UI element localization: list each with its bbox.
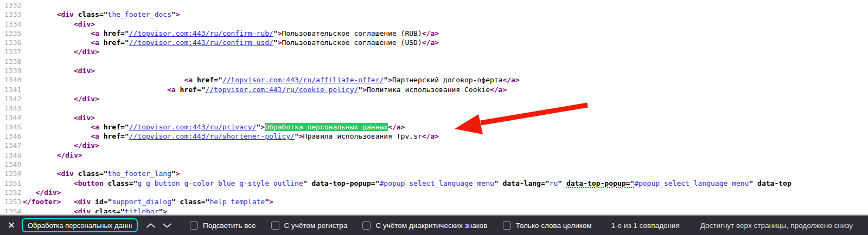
code-token: id (91, 198, 103, 206)
code-token: </div> (57, 151, 82, 159)
line-content: <div class="the_footer_docs"> (23, 10, 180, 18)
find-highlight-match: Обработка персональных данных (265, 123, 388, 131)
code-token: class (104, 179, 129, 187)
line-number: 1349 (4, 160, 23, 169)
line-number: 1334 (4, 19, 23, 29)
line-number: 1335 (4, 29, 23, 38)
line-content: <div class="titlebar"> (23, 207, 167, 213)
checkbox[interactable] (503, 221, 511, 230)
code-token: href (99, 132, 120, 140)
code-token: =" (129, 179, 138, 187)
source-link[interactable]: //topvisor.com:443/ru/confirm-usd/ (129, 38, 273, 47)
code-token: " (171, 198, 176, 206)
line-number: 1339 (4, 66, 23, 75)
code-token: > (269, 198, 273, 206)
code-token: the_footer_docs (108, 10, 171, 18)
code-token: =" (120, 123, 129, 131)
source-link[interactable]: //topvisor.com:443/ru/affiliate-offer/ (222, 76, 384, 84)
line-content: </div> (23, 48, 99, 56)
chevron-up-icon (145, 223, 156, 229)
checkbox[interactable] (271, 221, 279, 230)
source-link[interactable]: //topvisor.com:443/ru/shortener-policy/ (129, 132, 295, 140)
code-token: > (388, 76, 392, 84)
code-token: > (362, 86, 367, 94)
line-number: 1347 (4, 141, 23, 150)
findbar-option[interactable]: С учётом регистра (271, 221, 348, 230)
line-content: <div> (23, 20, 95, 28)
code-token: =" (116, 207, 125, 213)
findbar-option[interactable]: Только слова целиком (503, 221, 592, 230)
code-token: <div> (74, 114, 95, 122)
code-token: " (273, 38, 278, 47)
source-link[interactable]: //topvisor.com:443/ru/privacy/ (129, 123, 257, 131)
code-token (23, 207, 74, 213)
code-token: > (163, 207, 167, 213)
code-token (23, 20, 74, 28)
code-token: <div (57, 169, 74, 178)
code-token (23, 38, 91, 47)
checkbox-label: С учётом регистра (284, 221, 348, 230)
checkbox[interactable] (190, 221, 198, 230)
line-content: <a href="//topvisor.com:443/ru/affiliate… (23, 76, 520, 84)
source-code: 13321333 <div class="the_footer_docs">13… (0, 0, 868, 213)
code-token: > (176, 10, 180, 18)
line-content: </div> (23, 188, 61, 197)
match-count: 1-е из 1 совпадения (611, 221, 680, 230)
code-token: </div> (74, 141, 99, 149)
code-token: =" (201, 198, 210, 206)
find-previous-button[interactable] (144, 219, 157, 231)
code-token (23, 141, 74, 149)
source-line: 1344 <div> (4, 113, 868, 122)
source-line: 1347 </div> (4, 141, 868, 150)
close-icon[interactable]: ✕ (4, 221, 18, 230)
code-token: <a (184, 76, 193, 84)
line-number: 1338 (4, 57, 23, 66)
line-number: 1344 (4, 113, 23, 122)
line-number: 1343 (4, 103, 23, 113)
code-token: </a> (422, 38, 439, 47)
source-link[interactable]: //topvisor.com:443/ru/cookie-policy/ (206, 86, 359, 94)
code-token (23, 76, 184, 84)
code-token: #popup_select_language_menu (379, 179, 494, 187)
code-token: =" (99, 10, 108, 18)
line-content: <a href="//topvisor.com:443/ru/confirm-r… (23, 29, 439, 37)
code-token: > (176, 169, 180, 178)
code-token: " (171, 169, 176, 178)
code-token: <a (91, 123, 99, 131)
find-input[interactable] (22, 218, 138, 232)
code-token: href (99, 38, 120, 47)
wrap-status: Достигнут верх страницы, продолжено сниз… (700, 221, 853, 230)
source-line: 1336 <a href="//topvisor.com:443/ru/conf… (4, 38, 868, 47)
code-token: </a> (490, 86, 507, 94)
source-line: 1352 </div> (4, 188, 868, 197)
chevron-down-icon (162, 223, 173, 229)
code-token: #popup_select_language_menu (634, 179, 749, 187)
findbar-option[interactable]: Подсветить все (190, 221, 256, 230)
line-number: 1350 (4, 169, 23, 178)
checkbox-label: С учётом диакритических знаков (375, 221, 487, 230)
code-token: </a> (388, 123, 405, 131)
source-line: 1349 (4, 160, 868, 169)
line-number: 1340 (4, 75, 23, 84)
source-link[interactable]: //topvisor.com:443/ru/confirm-rub/ (129, 29, 273, 37)
code-token (23, 48, 74, 56)
code-token: > (299, 132, 303, 140)
code-token: href (176, 86, 197, 94)
line-content: <button class="g g_button g-color_blue g… (23, 179, 792, 187)
source-line: 1351 <button class="g g_button g-color_b… (4, 179, 868, 188)
checkbox[interactable] (362, 221, 371, 230)
code-token: " (558, 179, 562, 187)
code-token: <a (167, 86, 176, 94)
code-token (23, 123, 91, 131)
find-bar: ✕ Подсветить всеС учётом регистраС учёто… (0, 214, 868, 235)
code-token: =" (197, 86, 206, 94)
line-content: <a href="//topvisor.com:443/ru/cookie-po… (23, 86, 507, 94)
findbar-option[interactable]: С учётом диакритических знаков (362, 221, 487, 230)
source-line: 1333 <div class="the_footer_docs"> (4, 10, 868, 19)
code-token: Политика использования Cookie (367, 86, 490, 94)
source-line: 1332 (4, 1, 868, 10)
line-number: 1351 (4, 179, 23, 188)
line-number: 1348 (4, 151, 23, 160)
source-line: 1348 </div> (4, 151, 868, 160)
find-next-button[interactable] (161, 219, 174, 231)
